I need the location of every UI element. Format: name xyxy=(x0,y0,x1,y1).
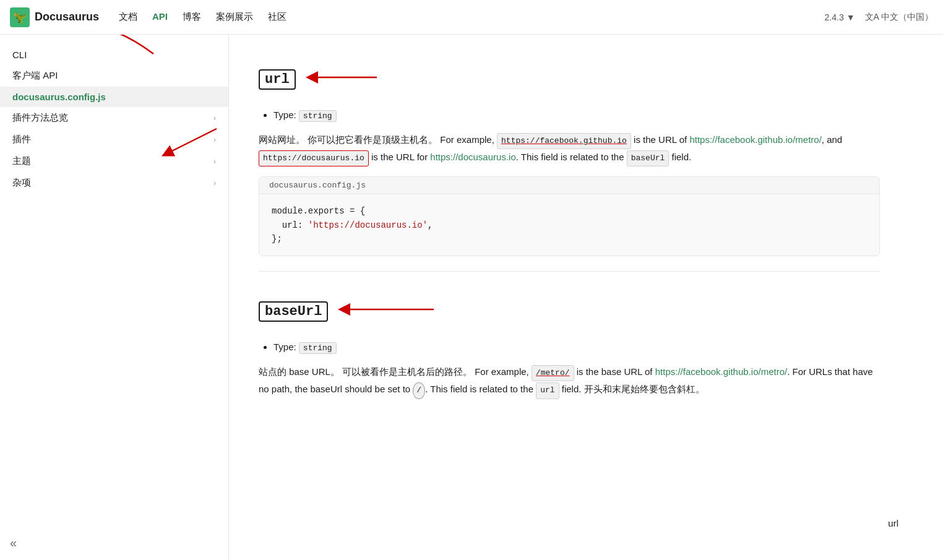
section-separator xyxy=(259,271,880,272)
sidebar-collapse-button[interactable]: « xyxy=(10,536,17,550)
baseurl-description: 站点的 base URL。 可以被看作是主机名后的路径。 For example… xyxy=(259,364,880,398)
version-text: 2.4.3 xyxy=(825,12,844,22)
this-annotation-text: url xyxy=(888,518,898,528)
nav-docs[interactable]: 文档 xyxy=(119,9,137,25)
header-right: 2.4.3 ▼ 文A 中文（中国） xyxy=(825,12,933,23)
url-inline-ref: url xyxy=(536,382,559,398)
metro-path-code: /metro/ xyxy=(532,365,574,381)
baseurl-type-label: Type: xyxy=(273,342,296,352)
docusaurus-io-code: https://docusaurus.io xyxy=(259,150,369,166)
arrow-annotation-url xyxy=(306,69,380,86)
main-nav: 文档 API 博客 案例展示 社区 xyxy=(119,9,286,25)
code-block-content: module.exports = { url: 'https://docusau… xyxy=(259,194,879,256)
facebook-github-io-code: https://facebook.github.io xyxy=(497,133,631,149)
url-heading: url xyxy=(259,69,296,90)
logo[interactable]: 🦖 Docusaurus xyxy=(10,7,99,27)
translate-icon: 文A xyxy=(865,12,881,22)
sidebar-item-misc[interactable]: 杂项 › xyxy=(0,172,228,194)
facebook-metro-link[interactable]: https://facebook.github.io/metro/ xyxy=(689,134,821,145)
sidebar-item-client-api[interactable]: 客户端 API xyxy=(0,65,228,87)
url-type-label: Type: xyxy=(273,110,296,120)
chevron-right-icon: › xyxy=(213,157,216,166)
url-type-badge: string xyxy=(299,110,337,122)
baseurl-heading: baseUrl xyxy=(259,301,328,322)
nav-community[interactable]: 社区 xyxy=(268,9,286,25)
sidebar: CLI 客户端 API docusaurus.config.js 插件方法总览 … xyxy=(0,35,229,560)
sidebar-item-themes[interactable]: 主题 › xyxy=(0,150,228,172)
baseUrl-inline-ref: baseUrl xyxy=(627,150,670,166)
language-selector[interactable]: 文A 中文（中国） xyxy=(865,12,933,23)
logo-icon: 🦖 xyxy=(10,7,30,27)
url-type-list: Type: string xyxy=(273,110,880,122)
nav-showcase[interactable]: 案例展示 xyxy=(216,9,253,25)
baseurl-section: baseUrl Type: string 站点的 base URL。 可以被看作… xyxy=(259,286,880,398)
facebook-metro-link-2[interactable]: https://facebook.github.io/metro/ xyxy=(655,366,787,377)
url-code-block: docusaurus.config.js module.exports = { … xyxy=(259,176,880,256)
nav-api[interactable]: API xyxy=(152,9,168,25)
logo-text: Docusaurus xyxy=(35,11,99,24)
chevron-right-icon: › xyxy=(213,179,216,187)
main-content: url Type: string 网站网址。 你可以把它看作是顶级主机名。 Fo… xyxy=(229,35,910,560)
slash-code: / xyxy=(413,382,425,398)
version-badge[interactable]: 2.4.3 ▼ xyxy=(825,12,855,22)
sidebar-item-plugin-methods[interactable]: 插件方法总览 › xyxy=(0,107,228,129)
header: 🦖 Docusaurus 文档 API 博客 案例展示 社区 2.4.3 ▼ 文… xyxy=(0,0,943,35)
page-layout: CLI 客户端 API docusaurus.config.js 插件方法总览 … xyxy=(0,35,943,560)
chevron-right-icon: › xyxy=(213,114,216,123)
sidebar-item-plugins[interactable]: 插件 › xyxy=(0,129,228,150)
code-block-title: docusaurus.config.js xyxy=(259,177,879,194)
docusaurus-link[interactable]: https://docusaurus.io xyxy=(430,152,515,162)
baseurl-type-list: Type: string xyxy=(273,342,880,354)
sidebar-item-docusaurus-config[interactable]: docusaurus.config.js xyxy=(0,87,228,107)
chevron-right-icon: › xyxy=(213,136,216,144)
chevron-down-icon: ▼ xyxy=(846,12,855,22)
nav-blog[interactable]: 博客 xyxy=(183,9,201,25)
url-section: url Type: string 网站网址。 你可以把它看作是顶级主机名。 Fo… xyxy=(259,54,880,256)
baseurl-type-badge: string xyxy=(299,342,337,354)
arrow-annotation-baseurl xyxy=(338,301,437,318)
url-description: 网站网址。 你可以把它看作是顶级主机名。 For example, https:… xyxy=(259,132,880,166)
